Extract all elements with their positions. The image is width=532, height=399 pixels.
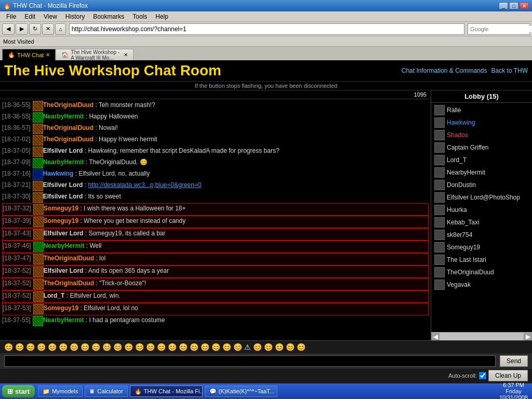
- home-button[interactable]: ⌂: [55, 23, 66, 35]
- emoji-24[interactable]: 😊: [253, 343, 262, 351]
- user-avatar: [434, 192, 445, 203]
- msg-username: NearbyHermit: [43, 113, 84, 120]
- emoji-10[interactable]: 😊: [102, 343, 111, 351]
- emoji-20[interactable]: 😊: [211, 343, 220, 351]
- emoji-28[interactable]: 😊: [297, 343, 305, 351]
- user-row[interactable]: The Last Istari: [433, 254, 530, 266]
- back-button[interactable]: ◀: [2, 23, 15, 35]
- chat-info-link[interactable]: Chat Information & Commands: [402, 67, 487, 74]
- tab-thw-chat[interactable]: 🔥 THW Chat ✕: [2, 49, 56, 60]
- most-visited-label[interactable]: Most Visited: [3, 38, 34, 45]
- minimize-button[interactable]: _: [499, 2, 508, 9]
- address-input[interactable]: [72, 25, 462, 33]
- user-row[interactable]: DonDustin: [433, 179, 530, 191]
- window-title: THW Chat - Mozilla Firefox: [13, 2, 88, 9]
- send-button[interactable]: Send: [500, 355, 528, 367]
- msg-content: Elfsilver Lord : And its open 365 days a…: [44, 267, 428, 275]
- menu-file[interactable]: File: [2, 12, 20, 21]
- user-row[interactable]: NearbyHermit: [433, 166, 530, 179]
- user-row[interactable]: Hawkwing: [433, 116, 530, 129]
- user-row[interactable]: TheOriginalDuud: [433, 266, 530, 278]
- menu-view[interactable]: View: [39, 12, 61, 21]
- cleanup-button[interactable]: Clean Up: [488, 370, 528, 381]
- scroll-right-btn[interactable]: ▶: [524, 333, 532, 340]
- emoji-14[interactable]: 😊: [146, 343, 155, 351]
- emoji-19[interactable]: 😊: [201, 343, 209, 351]
- user-row[interactable]: Shados: [433, 129, 530, 141]
- emoji-21[interactable]: 😊: [222, 343, 231, 351]
- emoji-12[interactable]: 😊: [124, 343, 133, 351]
- menu-tools[interactable]: Tools: [128, 12, 151, 21]
- taskbar-thw-chat[interactable]: 🔥 THW Chat - Mozilla Fi...: [130, 385, 203, 397]
- tab-close-button[interactable]: ✕: [46, 52, 50, 58]
- user-row[interactable]: Ralle: [433, 104, 530, 116]
- user-row[interactable]: Huurka: [433, 204, 530, 216]
- chat-body: 1095 [18-36-55] TheOriginalDuud : Teh mo…: [0, 90, 532, 340]
- emoji-16[interactable]: 😊: [168, 343, 177, 351]
- msg-text: : lol: [96, 255, 105, 262]
- right-scrollbar[interactable]: ◀ ▶: [431, 332, 532, 340]
- katie-icon: 💬: [209, 388, 217, 395]
- close-button[interactable]: ✕: [520, 2, 529, 9]
- stop-button[interactable]: ✕: [42, 23, 54, 35]
- msg-link[interactable]: http://deskalada.wc3...p;blue=0&green=0: [88, 181, 201, 189]
- emoji-7[interactable]: 😊: [70, 343, 78, 351]
- msg-text: : http://deskalada.wc3...p;blue=0&green=…: [85, 181, 202, 189]
- emoji-17[interactable]: 😊: [179, 343, 188, 351]
- search-input[interactable]: [468, 26, 532, 32]
- tab-icon2: 🏠: [61, 51, 69, 58]
- emoji-4[interactable]: 😊: [37, 343, 46, 351]
- menu-edit[interactable]: Edit: [20, 12, 39, 21]
- autoscroll-checkbox[interactable]: [479, 372, 486, 379]
- emoji-15[interactable]: 😊: [157, 343, 166, 351]
- reload-button[interactable]: ↻: [29, 23, 41, 35]
- maximize-button[interactable]: □: [509, 2, 518, 9]
- msg-content: Lord_T : Elfsilver Lord, win.: [44, 291, 428, 300]
- emoji-warn[interactable]: ⚠: [244, 343, 251, 351]
- user-row[interactable]: Lord_T: [433, 154, 530, 166]
- menu-bookmarks[interactable]: Bookmarks: [89, 12, 128, 21]
- user-row[interactable]: sk8er754: [433, 229, 530, 241]
- scroll-left-btn[interactable]: ◀: [431, 333, 440, 340]
- emoji-13[interactable]: 😊: [135, 343, 144, 351]
- emoji-26[interactable]: 😊: [275, 343, 284, 351]
- user-row[interactable]: Someguy19: [433, 241, 530, 254]
- user-row[interactable]: Kebab_Taxi: [433, 216, 530, 229]
- user-row[interactable]: Captain Griffen: [433, 141, 530, 154]
- msg-text: : Its so sweet: [85, 193, 121, 200]
- start-button[interactable]: ⊞ start: [2, 385, 35, 397]
- emoji-27[interactable]: 😊: [286, 343, 295, 351]
- taskbar-mymodels[interactable]: 📁 Mymodels: [38, 385, 83, 397]
- disconnect-bar: If the button stops flashing, you have b…: [0, 81, 532, 90]
- emoji-9[interactable]: 😊: [91, 343, 100, 351]
- emoji-6[interactable]: 😊: [59, 343, 68, 351]
- emoji-25[interactable]: 😊: [264, 343, 273, 351]
- emoji-8[interactable]: 😊: [81, 343, 89, 351]
- msg-content: Someguy19 : Elfsilver Lord, lol no: [44, 304, 428, 313]
- tab-close-button2[interactable]: ✕: [124, 52, 128, 58]
- chat-messages-container: 1095 [18-36-55] TheOriginalDuud : Teh mo…: [0, 90, 431, 340]
- user-row[interactable]: Elfsilver Lord@PhotoShop: [433, 191, 530, 204]
- taskbar: ⊞ start 📁 Mymodels 🖩 Calculator 🔥 THW Ch…: [0, 383, 532, 399]
- lobby-header: Lobby (15): [431, 90, 532, 103]
- start-label: start: [15, 388, 30, 395]
- emoji-5[interactable]: 😊: [48, 343, 57, 351]
- messages-list[interactable]: [18-36-55] TheOriginalDuud : Teh monster…: [0, 99, 431, 340]
- emoji-22[interactable]: 😊: [233, 343, 242, 351]
- message-row: [18-37-52] Elfsilver Lord : And its open…: [2, 265, 429, 278]
- taskbar-calculator[interactable]: 🖩 Calculator: [85, 385, 128, 397]
- forward-button[interactable]: ▶: [16, 23, 28, 35]
- tab-hive-workshop[interactable]: 🏠 The Hive Workshop - A Warcraft III Mo.…: [56, 49, 134, 60]
- emoji-2[interactable]: 😊: [15, 343, 24, 351]
- emoji-18[interactable]: 😊: [190, 343, 198, 351]
- msg-text: : Well: [86, 242, 102, 249]
- emoji-11[interactable]: 😊: [113, 343, 122, 351]
- user-row[interactable]: Vegavak: [433, 278, 530, 291]
- taskbar-katie[interactable]: 💬 (K)Katie(K)*^*~TaaT...: [205, 385, 277, 397]
- chat-input[interactable]: [4, 355, 496, 367]
- emoji-1[interactable]: 😊: [4, 343, 13, 351]
- menu-history[interactable]: History: [61, 12, 89, 21]
- menu-help[interactable]: Help: [151, 12, 172, 21]
- emoji-3[interactable]: 😊: [26, 343, 35, 351]
- back-to-thw-link[interactable]: Back to THW: [491, 67, 528, 74]
